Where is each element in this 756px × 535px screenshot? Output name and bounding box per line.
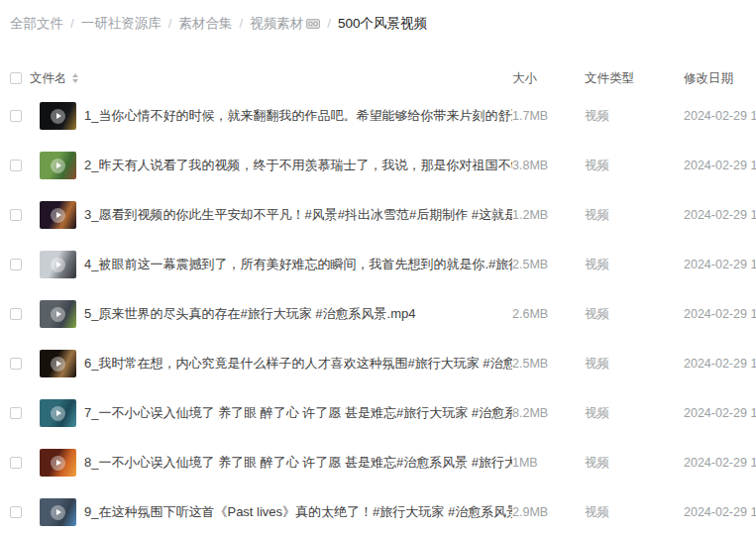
file-size: 1.7MB (512, 109, 585, 123)
play-icon (51, 258, 65, 272)
file-manager-page: 全部文件/一研社资源库/素材合集/视频素材/500个风景视频 文件名 大小 文件… (0, 14, 756, 535)
select-all-checkbox[interactable] (10, 72, 22, 84)
file-type: 视频 (585, 356, 684, 373)
breadcrumb-current: 500个风景视频 (338, 14, 427, 34)
play-icon (51, 406, 65, 421)
table-row[interactable]: 5_原来世界的尽头真的存在#旅行大玩家 #治愈系风景.mp4 2.6MB 视频 … (0, 289, 756, 339)
table-header: 文件名 大小 文件类型 修改日期 (0, 65, 756, 91)
videotape-icon (306, 18, 320, 30)
row-checkbox[interactable] (10, 160, 22, 171)
breadcrumb-label: 视频素材 (250, 14, 303, 34)
table-row[interactable]: 3_愿看到视频的你此生平安却不平凡！#风景#抖出冰雪范#后期制作 #这就是美..… (0, 190, 756, 240)
play-icon (51, 307, 65, 322)
file-type: 视频 (585, 158, 684, 174)
breadcrumb-link[interactable]: 一研社资源库 (81, 14, 162, 34)
file-size: 8.2MB (512, 406, 585, 420)
row-checkbox[interactable] (10, 259, 22, 270)
row-checkbox[interactable] (10, 358, 22, 370)
file-name[interactable]: 1_当你心情不好的时候，就来翻翻我的作品吧。希望能够给你带来片刻的舒适！ ... (84, 107, 512, 125)
breadcrumb-link[interactable]: 视频素材 (250, 14, 320, 34)
column-header-modified[interactable]: 修改日期 (684, 70, 756, 87)
file-type: 视频 (585, 257, 684, 273)
row-checkbox[interactable] (10, 308, 22, 320)
file-modified: 2024-02-29 1 (684, 505, 756, 519)
play-icon (51, 208, 65, 223)
video-thumbnail[interactable] (40, 201, 76, 229)
table-row[interactable]: 8_一不小心误入仙境了 养了眼 醉了心 许了愿 甚是难忘#治愈系风景 #旅行大玩… (0, 438, 756, 487)
table-row[interactable]: 2_昨天有人说看了我的视频，终于不用羡慕瑞士了，我说，那是你对祖国不够了... … (0, 141, 756, 190)
row-checkbox[interactable] (10, 110, 22, 122)
file-list: 1_当你心情不好的时候，就来翻翻我的作品吧。希望能够给你带来片刻的舒适！ ...… (0, 91, 756, 535)
breadcrumb-label: 素材合集 (179, 14, 233, 34)
file-type: 视频 (585, 207, 684, 224)
file-name[interactable]: 4_被眼前这一幕震撼到了，所有美好难忘的瞬间，我首先想到的就是你.#旅行大... (84, 256, 512, 273)
file-size: 2.6MB (512, 307, 585, 321)
breadcrumb-label: 500个风景视频 (338, 14, 427, 34)
video-thumbnail[interactable] (40, 399, 76, 427)
row-checkbox[interactable] (10, 209, 22, 221)
breadcrumb-separator: / (70, 14, 74, 34)
column-header-filename[interactable]: 文件名 (30, 70, 67, 87)
sort-icon[interactable] (72, 73, 78, 83)
breadcrumb-separator: / (240, 14, 244, 34)
column-header-size[interactable]: 大小 (512, 70, 585, 87)
breadcrumb: 全部文件/一研社资源库/素材合集/视频素材/500个风景视频 (10, 14, 756, 34)
video-thumbnail[interactable] (40, 251, 76, 278)
file-type: 视频 (585, 306, 684, 323)
breadcrumb-separator: / (168, 14, 172, 34)
file-name[interactable]: 3_愿看到视频的你此生平安却不平凡！#风景#抖出冰雪范#后期制作 #这就是美..… (84, 206, 512, 224)
file-size: 1.2MB (512, 208, 585, 222)
file-type: 视频 (585, 504, 684, 521)
file-modified: 2024-02-29 1 (684, 307, 756, 321)
video-thumbnail[interactable] (40, 449, 76, 477)
play-icon (51, 456, 65, 471)
file-type: 视频 (585, 108, 684, 125)
table-row[interactable]: 4_被眼前这一幕震撼到了，所有美好难忘的瞬间，我首先想到的就是你.#旅行大...… (0, 240, 756, 289)
breadcrumb-label: 一研社资源库 (81, 14, 162, 34)
file-modified: 2024-02-29 1 (684, 406, 756, 420)
video-thumbnail[interactable] (40, 152, 76, 179)
table-row[interactable]: 1_当你心情不好的时候，就来翻翻我的作品吧。希望能够给你带来片刻的舒适！ ...… (0, 91, 756, 141)
file-modified: 2024-02-29 1 (684, 456, 756, 470)
play-icon (51, 357, 65, 372)
file-name[interactable]: 8_一不小心误入仙境了 养了眼 醉了心 许了愿 甚是难忘#治愈系风景 #旅行大玩… (84, 454, 512, 472)
table-row[interactable]: 7_一不小心误入仙境了 养了眼 醉了心 许了愿 甚是难忘#旅行大玩家 #治愈系风… (0, 388, 756, 438)
file-name[interactable]: 5_原来世界的尽头真的存在#旅行大玩家 #治愈系风景.mp4 (84, 305, 512, 323)
breadcrumb-separator: / (327, 14, 331, 34)
file-size: 2.9MB (512, 505, 585, 519)
file-type: 视频 (585, 405, 684, 422)
breadcrumb-link[interactable]: 全部文件 (10, 14, 63, 34)
video-thumbnail[interactable] (40, 300, 76, 328)
file-name[interactable]: 2_昨天有人说看了我的视频，终于不用羡慕瑞士了，我说，那是你对祖国不够了... (84, 157, 512, 174)
video-thumbnail[interactable] (40, 102, 76, 130)
file-modified: 2024-02-29 1 (684, 208, 756, 222)
play-icon (51, 505, 65, 520)
play-icon (51, 159, 65, 173)
file-name[interactable]: 7_一不小心误入仙境了 养了眼 醉了心 许了愿 甚是难忘#旅行大玩家 #治愈系风… (84, 404, 512, 422)
file-table: 文件名 大小 文件类型 修改日期 1_当你心情不好的时候，就来翻翻我的作品吧。希… (0, 65, 756, 535)
play-icon (51, 109, 65, 124)
row-checkbox[interactable] (10, 506, 22, 518)
file-name[interactable]: 6_我时常在想，内心究竟是什么样子的人才喜欢这种氛围#旅行大玩家 #治愈系... (84, 355, 512, 373)
file-size: 1MB (512, 456, 585, 470)
column-header-type[interactable]: 文件类型 (585, 70, 684, 87)
column-header-filename-wrap: 文件名 (30, 70, 512, 87)
file-modified: 2024-02-29 1 (684, 159, 756, 172)
breadcrumb-label: 全部文件 (10, 14, 63, 34)
file-size: 2.5MB (512, 357, 585, 371)
breadcrumb-link[interactable]: 素材合集 (179, 14, 233, 34)
file-name[interactable]: 9_在这种氛围下听这首《Past lives》真的太绝了！#旅行大玩家 #治愈系… (84, 503, 512, 521)
file-modified: 2024-02-29 1 (684, 357, 756, 371)
file-type: 视频 (585, 455, 684, 472)
video-thumbnail[interactable] (40, 498, 76, 526)
file-size: 3.8MB (512, 159, 585, 172)
table-row[interactable]: 6_我时常在想，内心究竟是什么样子的人才喜欢这种氛围#旅行大玩家 #治愈系...… (0, 339, 756, 388)
row-checkbox[interactable] (10, 407, 22, 419)
row-checkbox[interactable] (10, 457, 22, 469)
file-modified: 2024-02-29 1 (684, 258, 756, 271)
table-row[interactable]: 9_在这种氛围下听这首《Past lives》真的太绝了！#旅行大玩家 #治愈系… (0, 487, 756, 535)
file-modified: 2024-02-29 1 (684, 109, 756, 123)
video-thumbnail[interactable] (40, 350, 76, 377)
file-size: 2.5MB (512, 258, 585, 271)
